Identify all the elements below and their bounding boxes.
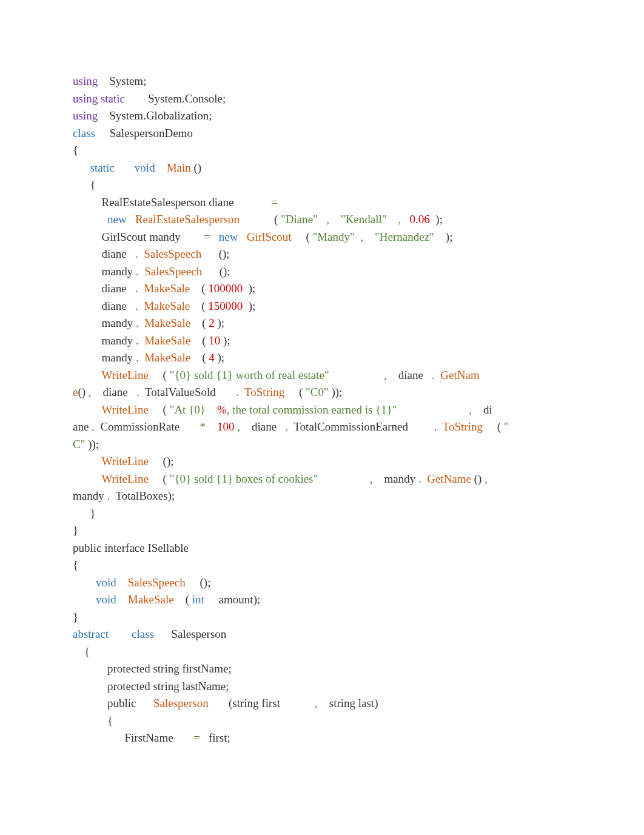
code-token: () (471, 472, 485, 485)
code-token: void (96, 576, 116, 589)
code-token: "{0} sold {1} worth of real estate" (170, 369, 329, 381)
code-token (73, 472, 102, 485)
code-token: FirstName (73, 731, 193, 744)
code-token (73, 455, 102, 468)
code-token: MakeSale (144, 334, 190, 347)
code-token (138, 282, 144, 295)
code-token (73, 403, 102, 416)
code-token: 0.06 (410, 213, 430, 226)
code-token: string last) (318, 697, 378, 709)
code-token (155, 161, 167, 174)
code-token (401, 213, 409, 226)
code-token: = (193, 731, 200, 744)
code-token: diane (92, 386, 136, 398)
code-token: ToString (244, 386, 284, 398)
code-token: ); (243, 282, 255, 295)
code-token (73, 213, 107, 226)
code-token (206, 403, 217, 416)
code-token: % (217, 403, 227, 416)
code-token (206, 420, 217, 433)
code-token: mandy (73, 317, 136, 329)
code-token: class (132, 628, 154, 640)
code-token: ( (190, 351, 209, 364)
code-token: ( (190, 334, 209, 347)
code-token: ( (174, 593, 192, 606)
code-token (138, 300, 144, 312)
code-token (318, 472, 370, 485)
code-token: SalesSpeech (128, 576, 186, 589)
code-token: (); (202, 265, 230, 278)
code-token: MakeSale (144, 317, 190, 329)
code-token: { (73, 714, 113, 727)
code-token: } (73, 524, 78, 537)
code-token: ); (220, 334, 230, 347)
code-token: TotalCommissionEarned (288, 420, 434, 433)
code-token: using (73, 75, 98, 87)
code-token (363, 230, 375, 243)
code-token (435, 369, 441, 381)
code-token (109, 628, 132, 640)
code-token: SalesSpeech (144, 265, 202, 278)
code-token: CommissionRate (95, 420, 200, 433)
code-token (139, 265, 145, 278)
code-token: WriteLine (102, 455, 149, 468)
code-token: ); (243, 300, 255, 312)
code-token: { (73, 645, 90, 658)
code-token: ( (190, 317, 209, 329)
code-token (387, 213, 398, 226)
code-token (127, 213, 135, 226)
code-token: 150000 (208, 300, 243, 312)
code-token: abstract (73, 628, 109, 640)
code-token: ( (149, 369, 170, 381)
code-token: diane (387, 369, 432, 381)
code-token: WriteLine (102, 369, 149, 381)
code-token: mandy (73, 265, 136, 278)
code-token: diane (73, 247, 135, 260)
code-token (116, 593, 128, 606)
code-token: ( (190, 282, 208, 295)
code-token: ( (292, 230, 313, 243)
code-token (139, 334, 145, 347)
code-token: ); (430, 213, 443, 226)
code-token: diane (240, 420, 285, 433)
code-token: ( (284, 386, 306, 398)
code-token: "{0} sold {1} boxes of cookies" (170, 472, 318, 485)
code-token: ); (434, 230, 453, 243)
code-token (116, 576, 128, 589)
code-token: void (135, 161, 155, 174)
code-token: public interface ISellable (73, 542, 189, 554)
code-token: amount); (204, 593, 260, 606)
code-token: using (73, 109, 98, 122)
code-token (437, 420, 443, 433)
code-token: "C0" (306, 386, 329, 398)
code-token: class (73, 127, 95, 139)
code-token: new (219, 230, 238, 243)
code-token: { (73, 178, 96, 191)
code-token: first; (200, 731, 230, 744)
code-token: "Kendall" (341, 213, 387, 226)
code-token: RealEstateSalesperson (135, 213, 240, 226)
code-token: SalespersonDemo (95, 127, 193, 139)
code-token: TotalBoxes); (110, 489, 175, 502)
code-token: } (73, 611, 78, 623)
code-token: protected string lastName; (73, 680, 229, 692)
code-token: ); (215, 317, 224, 329)
code-token: , the total commission earned is {1}" (227, 403, 397, 416)
code-token: (); (201, 247, 229, 260)
code-token: GirlScout mandy (73, 230, 204, 243)
code-token (73, 576, 96, 589)
code-token: ( (240, 213, 281, 226)
code-token (421, 472, 428, 485)
code-token: using static (73, 92, 125, 105)
code-token: () (78, 386, 88, 398)
code-token: = (204, 230, 210, 243)
code-token (73, 369, 102, 381)
code-token: ( (149, 472, 170, 485)
code-token (115, 161, 135, 174)
code-token: protected string firstName; (73, 662, 232, 675)
code-token (239, 386, 244, 398)
code-token (329, 369, 384, 381)
code-token: 100000 (208, 282, 243, 295)
code-token: void (96, 593, 116, 606)
code-token: public (73, 697, 153, 709)
